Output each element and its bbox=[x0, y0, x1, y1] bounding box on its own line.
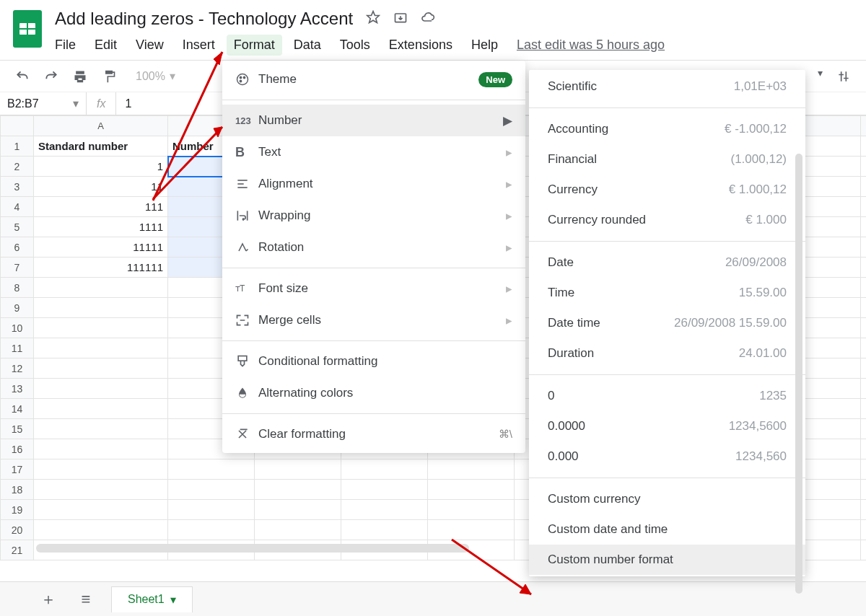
num-fmt-0[interactable]: 0 1235 bbox=[529, 381, 805, 411]
format-theme[interactable]: Theme New bbox=[222, 63, 525, 95]
format-alignment[interactable]: Alignment ▸ bbox=[222, 168, 525, 200]
drop-icon bbox=[235, 386, 258, 400]
format-alternating-colors[interactable]: Alternating colors bbox=[222, 377, 525, 409]
row-header[interactable]: 2 bbox=[1, 157, 34, 177]
num-fmt-0000[interactable]: 0.0000 1234,5600 bbox=[529, 411, 805, 441]
paint-format-button[interactable] bbox=[100, 67, 118, 86]
num-currency[interactable]: Currency € 1.000,12 bbox=[529, 175, 805, 205]
row-header[interactable]: 21 bbox=[1, 540, 34, 560]
row-header[interactable]: 17 bbox=[1, 459, 34, 480]
svg-point-7 bbox=[240, 80, 241, 82]
row-header[interactable]: 8 bbox=[1, 278, 34, 298]
menu-data[interactable]: Data bbox=[294, 38, 321, 53]
select-all-cell[interactable] bbox=[1, 116, 34, 136]
sheets-logo[interactable] bbox=[13, 10, 42, 48]
clear-format-icon bbox=[235, 427, 258, 441]
num-time[interactable]: Time 15.59.00 bbox=[529, 278, 805, 308]
menu-tools[interactable]: Tools bbox=[340, 38, 370, 53]
num-custom-currency[interactable]: Custom currency bbox=[529, 484, 805, 514]
add-sheet-button[interactable]: ＋ bbox=[36, 587, 61, 612]
menu-insert[interactable]: Insert bbox=[183, 38, 215, 53]
row-header[interactable]: 9 bbox=[1, 298, 34, 318]
format-font-size[interactable]: ᴛT Font size ▸ bbox=[222, 273, 525, 304]
zoom-selector[interactable]: 100% ▾ bbox=[136, 69, 175, 83]
cell-a5[interactable]: 1111 bbox=[34, 217, 168, 237]
format-rotation[interactable]: Rotation ▸ bbox=[222, 232, 525, 263]
font-size-icon: ᴛT bbox=[235, 283, 258, 294]
undo-button[interactable] bbox=[13, 67, 32, 86]
row-header[interactable]: 5 bbox=[1, 217, 34, 237]
align-icon bbox=[235, 177, 258, 191]
cell-a3[interactable]: 11 bbox=[34, 177, 168, 197]
number-format-submenu: Scientific 1,01E+03 Accounting € -1.000,… bbox=[529, 70, 805, 576]
name-box[interactable]: B2:B7 ▾ bbox=[0, 92, 87, 115]
chevron-right-icon: ▸ bbox=[506, 208, 512, 224]
row-header[interactable]: 10 bbox=[1, 318, 34, 338]
menu-format[interactable]: Format bbox=[227, 35, 282, 56]
format-clear-formatting[interactable]: Clear formatting ⌘\ bbox=[222, 418, 525, 450]
cell-a6[interactable]: 11111 bbox=[34, 237, 168, 258]
last-edit-link[interactable]: Last edit was 5 hours ago bbox=[517, 38, 665, 53]
horizontal-scrollbar[interactable] bbox=[36, 544, 469, 553]
cloud-icon[interactable] bbox=[421, 9, 435, 29]
num-financial[interactable]: Financial (1.000,12) bbox=[529, 144, 805, 175]
formula-input[interactable]: 1 bbox=[116, 97, 140, 110]
menu-view[interactable]: View bbox=[136, 38, 164, 53]
format-wrapping[interactable]: Wrapping ▸ bbox=[222, 200, 525, 232]
format-number[interactable]: 123 Number ▶ bbox=[222, 105, 525, 136]
move-icon[interactable] bbox=[393, 9, 408, 29]
menu-help[interactable]: Help bbox=[471, 38, 498, 53]
svg-point-6 bbox=[243, 76, 245, 78]
row-header[interactable]: 6 bbox=[1, 237, 34, 258]
num-accounting[interactable]: Accounting € -1.000,12 bbox=[529, 114, 805, 144]
row-header[interactable]: 19 bbox=[1, 500, 34, 520]
row-header[interactable]: 13 bbox=[1, 379, 34, 399]
num-scientific[interactable]: Scientific 1,01E+03 bbox=[529, 71, 805, 102]
chevron-right-icon: ▸ bbox=[506, 240, 512, 255]
document-title[interactable]: Add leading zeros - Technology Accent bbox=[55, 9, 353, 29]
menu-edit[interactable]: Edit bbox=[95, 38, 117, 53]
num-custom-number-format[interactable]: Custom number format bbox=[529, 545, 805, 575]
submenu-scrollbar[interactable] bbox=[795, 154, 802, 594]
toolbar-icon-right-2[interactable] bbox=[834, 67, 853, 86]
rotation-icon bbox=[235, 240, 258, 255]
format-merge-cells[interactable]: Merge cells ▸ bbox=[222, 304, 525, 336]
cell-a1[interactable]: Standard number bbox=[34, 136, 168, 157]
num-duration[interactable]: Duration 24.01.00 bbox=[529, 338, 805, 369]
num-date[interactable]: Date 26/09/2008 bbox=[529, 247, 805, 278]
row-header[interactable]: 11 bbox=[1, 338, 34, 358]
row-header[interactable]: 7 bbox=[1, 258, 34, 278]
menu-file[interactable]: File bbox=[55, 38, 76, 53]
row-header[interactable]: 12 bbox=[1, 358, 34, 379]
num-currency-rounded[interactable]: Currency rounded € 1.000 bbox=[529, 205, 805, 235]
cell-a2[interactable]: 1 bbox=[34, 157, 168, 177]
format-text[interactable]: B Text ▸ bbox=[222, 136, 525, 168]
menu-extensions[interactable]: Extensions bbox=[389, 38, 452, 53]
row-header[interactable]: 15 bbox=[1, 419, 34, 439]
all-sheets-button[interactable]: ≡ bbox=[74, 587, 98, 612]
row-header[interactable]: 16 bbox=[1, 439, 34, 459]
print-button[interactable] bbox=[71, 67, 89, 86]
redo-button[interactable] bbox=[42, 67, 61, 86]
format-conditional-formatting[interactable]: Conditional formatting bbox=[222, 346, 525, 377]
star-icon[interactable] bbox=[366, 9, 380, 29]
format-dropdown: Theme New 123 Number ▶ B Text ▸ Alignmen… bbox=[222, 61, 525, 453]
chevron-down-icon: ▾ bbox=[73, 97, 79, 110]
num-date-time[interactable]: Date time 26/09/2008 15.59.00 bbox=[529, 308, 805, 338]
sheet-tab[interactable]: Sheet1 ▾ bbox=[111, 586, 193, 612]
row-header[interactable]: 20 bbox=[1, 520, 34, 540]
num-fmt-000[interactable]: 0.000 1234,560 bbox=[529, 441, 805, 472]
conditional-icon bbox=[235, 354, 258, 369]
row-header[interactable]: 18 bbox=[1, 480, 34, 500]
menu-bar: File Edit View Insert Format Data Tools … bbox=[55, 38, 866, 53]
row-header[interactable]: 14 bbox=[1, 399, 34, 419]
row-header[interactable]: 1 bbox=[1, 136, 34, 157]
row-header[interactable]: 4 bbox=[1, 197, 34, 217]
row-header[interactable]: 3 bbox=[1, 177, 34, 197]
col-header-a[interactable]: A bbox=[34, 116, 168, 136]
chevron-right-icon: ▸ bbox=[506, 281, 512, 296]
cell-a4[interactable]: 111 bbox=[34, 197, 168, 217]
num-custom-date-time[interactable]: Custom date and time bbox=[529, 514, 805, 545]
chevron-right-icon: ▸ bbox=[506, 177, 512, 192]
cell-a7[interactable]: 111111 bbox=[34, 258, 168, 278]
